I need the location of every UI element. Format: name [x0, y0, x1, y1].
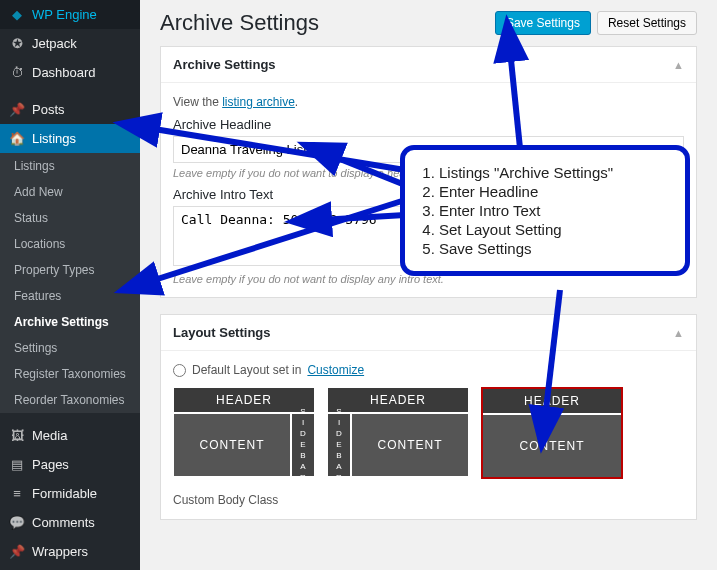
- sub-add-new[interactable]: Add New: [0, 179, 140, 205]
- panel-title: Archive Settings: [173, 57, 276, 72]
- headline-input[interactable]: [173, 136, 684, 163]
- home-icon: 🏠: [8, 131, 26, 146]
- listings-submenu: Listings Add New Status Locations Proper…: [0, 153, 140, 413]
- menu-comments[interactable]: 💬Comments: [0, 508, 140, 537]
- save-button[interactable]: Save Settings: [495, 11, 591, 35]
- menu-testimonials[interactable]: ❝Testimonials: [0, 566, 140, 570]
- menu-wrappers[interactable]: 📌Wrappers: [0, 537, 140, 566]
- custom-body-class-label: Custom Body Class: [173, 493, 684, 507]
- menu-posts[interactable]: 📌Posts: [0, 95, 140, 124]
- menu-pages[interactable]: ▤Pages: [0, 450, 140, 479]
- menu-jetpack[interactable]: ✪Jetpack: [0, 29, 140, 58]
- wpengine-icon: ◆: [8, 7, 26, 22]
- dashboard-icon: ⏱: [8, 65, 26, 80]
- panel-toggle-icon[interactable]: ▲: [673, 59, 684, 71]
- menu-wpengine[interactable]: ◆WP Engine: [0, 0, 140, 29]
- reset-button[interactable]: Reset Settings: [597, 11, 697, 35]
- intro-label: Archive Intro Text: [173, 187, 684, 202]
- pages-icon: ▤: [8, 457, 26, 472]
- layout-settings-panel: Layout Settings ▲ Default Layout set in …: [160, 314, 697, 520]
- media-icon: 🖼: [8, 428, 26, 443]
- panel-toggle-icon[interactable]: ▲: [673, 327, 684, 339]
- comments-icon: 💬: [8, 515, 26, 530]
- default-layout-radio[interactable]: [173, 364, 186, 377]
- formidable-icon: ≡: [8, 486, 26, 501]
- menu-media[interactable]: 🖼Media: [0, 421, 140, 450]
- sub-status[interactable]: Status: [0, 205, 140, 231]
- default-layout-label: Default Layout set in: [192, 363, 301, 377]
- menu-formidable[interactable]: ≡Formidable: [0, 479, 140, 508]
- layout-content-sidebar[interactable]: HEADER CONTENT SIDEBAR: [173, 387, 315, 479]
- menu-listings[interactable]: 🏠Listings: [0, 124, 140, 153]
- archive-settings-panel: Archive Settings ▲ View the listing arch…: [160, 46, 697, 298]
- admin-sidebar: ◆WP Engine ✪Jetpack ⏱Dashboard 📌Posts 🏠L…: [0, 0, 140, 570]
- jetpack-icon: ✪: [8, 36, 26, 51]
- sub-locations[interactable]: Locations: [0, 231, 140, 257]
- listing-archive-link[interactable]: listing archive: [222, 95, 295, 109]
- page-title: Archive Settings: [160, 10, 319, 36]
- sub-listings[interactable]: Listings: [0, 153, 140, 179]
- sub-archive-settings[interactable]: Archive Settings: [0, 309, 140, 335]
- view-archive-line: View the listing archive.: [173, 95, 684, 109]
- headline-label: Archive Headline: [173, 117, 684, 132]
- sub-register-taxonomies[interactable]: Register Taxonomies: [0, 361, 140, 387]
- layout-full-width[interactable]: HEADER CONTENT: [481, 387, 623, 479]
- sub-features[interactable]: Features: [0, 283, 140, 309]
- sub-reorder-taxonomies[interactable]: Reorder Taxonomies: [0, 387, 140, 413]
- wrappers-icon: 📌: [8, 544, 26, 559]
- menu-dashboard[interactable]: ⏱Dashboard: [0, 58, 140, 87]
- intro-help: Leave empty if you do not want to displa…: [173, 273, 684, 285]
- sub-property-types[interactable]: Property Types: [0, 257, 140, 283]
- panel-title-layout: Layout Settings: [173, 325, 271, 340]
- headline-help: Leave empty if you do not want to displa…: [173, 167, 684, 179]
- customize-link[interactable]: Customize: [307, 363, 364, 377]
- sub-settings[interactable]: Settings: [0, 335, 140, 361]
- main-content: Archive Settings Save Settings Reset Set…: [140, 0, 717, 570]
- pin-icon: 📌: [8, 102, 26, 117]
- intro-textarea[interactable]: Call Deanna: 509-322-3796: [173, 206, 684, 266]
- layout-sidebar-content[interactable]: HEADER SIDEBAR CONTENT: [327, 387, 469, 479]
